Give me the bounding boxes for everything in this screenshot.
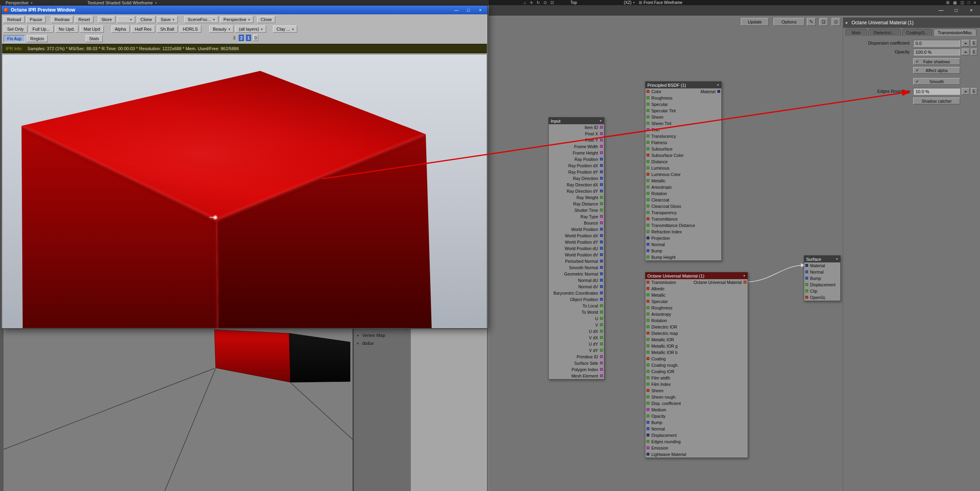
node-port-row[interactable]: Transmittance Distance: [645, 222, 721, 229]
output-port-dot[interactable]: [600, 158, 603, 160]
param-value-field[interactable]: 100.0 %: [913, 49, 960, 55]
ipr-full-up-button[interactable]: Full Up...: [29, 25, 54, 33]
input-port-dot[interactable]: [647, 344, 649, 347]
input-port-dot[interactable]: [647, 90, 649, 93]
input-port-dot[interactable]: [805, 270, 808, 273]
node-port-row[interactable]: Roughness: [645, 305, 748, 311]
viewport-mode-dropdown-1[interactable]: Textured Shaded Solid Wireframe▾: [88, 0, 157, 5]
input-port-dot[interactable]: [647, 364, 649, 366]
input-port-dot[interactable]: [647, 351, 649, 354]
node-port-row[interactable]: Ray Weight: [549, 194, 604, 201]
node-port-row[interactable]: World Position dY: [549, 239, 604, 245]
output-port-dot[interactable]: [600, 362, 603, 364]
node-port-row[interactable]: Displacement: [804, 282, 840, 288]
output-port-dot[interactable]: [600, 190, 603, 192]
node-port-row[interactable]: Edges rounding: [645, 438, 748, 445]
node-header[interactable]: Octane Universal Material (1)▼: [645, 272, 748, 279]
input-port-dot[interactable]: [647, 166, 649, 169]
input-port-dot[interactable]: [647, 357, 649, 360]
node-port-row[interactable]: Ray Direction dY: [549, 188, 604, 194]
output-port-dot[interactable]: [600, 291, 603, 294]
output-port-dot[interactable]: [600, 139, 603, 141]
ipr-reset-button[interactable]: Reset: [75, 16, 94, 23]
node-header[interactable]: Principled BSDF (1)▼: [645, 82, 721, 88]
node-port-row[interactable]: Normal dU: [549, 277, 604, 284]
ipr-save-button[interactable]: Save▾: [157, 16, 178, 23]
ipr-fix-asp-button[interactable]: Fix Asp: [4, 35, 25, 42]
output-port-dot[interactable]: [600, 253, 603, 256]
node-port-row[interactable]: ColorMaterial: [645, 88, 721, 95]
input-port-dot[interactable]: [647, 402, 649, 405]
input-port-dot[interactable]: [647, 306, 649, 309]
input-port-dot[interactable]: [647, 154, 649, 156]
input-port-dot[interactable]: [647, 376, 649, 379]
output-port-dot[interactable]: [600, 304, 603, 307]
output-port-dot[interactable]: [600, 323, 603, 326]
input-port-dot[interactable]: [647, 440, 649, 443]
ipr-mat-upd-button[interactable]: Mat Upd: [80, 25, 104, 33]
input-port-dot[interactable]: [647, 395, 649, 398]
node-port-row[interactable]: Specular: [645, 298, 748, 305]
node-header[interactable]: Surface▼: [804, 256, 840, 262]
node-port-row[interactable]: Normal: [804, 269, 840, 275]
node-port-row[interactable]: Albedo: [645, 286, 748, 292]
ipr-scenefoc-button[interactable]: SceneFoc...▾: [184, 16, 218, 23]
input-port-dot[interactable]: [805, 283, 808, 286]
node-port-row[interactable]: Luminous Color: [645, 171, 721, 178]
input-port-dot[interactable]: [647, 332, 649, 335]
node-port-row[interactable]: V dY: [549, 347, 604, 354]
node-port-row[interactable]: Dielectric map: [645, 330, 748, 336]
input-port-dot[interactable]: [647, 389, 649, 392]
output-port-dot[interactable]: [600, 355, 603, 358]
node-port-row[interactable]: Ray Position dX: [549, 162, 604, 169]
output-port-dot[interactable]: [600, 336, 603, 339]
node-port-row[interactable]: To World: [549, 309, 604, 315]
input-port-dot[interactable]: [647, 230, 649, 233]
mini-slider-icon[interactable]: ◂▸: [962, 49, 970, 55]
input-port-dot[interactable]: [647, 421, 649, 424]
input-port-dot[interactable]: [647, 446, 649, 449]
ipr-close-button[interactable]: Close: [257, 16, 275, 23]
node-port-row[interactable]: Medium: [645, 407, 748, 413]
input-port-dot[interactable]: [647, 135, 649, 137]
ipr-maximize-button[interactable]: □: [464, 7, 472, 13]
node-port-row[interactable]: Projection: [645, 235, 721, 241]
ipr-region-button[interactable]: Region: [27, 35, 48, 42]
node-port-row[interactable]: Disp. coefficient: [645, 400, 748, 407]
output-port-dot[interactable]: [600, 145, 603, 148]
node-port-row[interactable]: V dX: [549, 335, 604, 341]
input-port-dot[interactable]: [647, 173, 649, 176]
node-principled-bsdf[interactable]: Principled BSDF (1)▼ColorMaterialRoughne…: [645, 81, 722, 261]
node-port-row[interactable]: Sheen Tint: [645, 120, 721, 127]
input-port-dot[interactable]: [647, 427, 649, 430]
node-port-row[interactable]: Specular Tint: [645, 108, 721, 114]
input-port-dot[interactable]: [647, 256, 649, 258]
checkbox-shadow-catcher[interactable]: Shadow catcher: [913, 98, 960, 104]
input-port-dot[interactable]: [647, 160, 649, 163]
param-value-field[interactable]: 10.0 %: [913, 88, 960, 95]
param-value-field[interactable]: 0.0: [913, 40, 960, 47]
node-port-row[interactable]: Dielectric IOR: [645, 324, 748, 330]
input-port-dot[interactable]: [647, 249, 649, 252]
node-port-row[interactable]: Object Position: [549, 296, 604, 303]
input-port-dot[interactable]: [647, 300, 649, 303]
node-port-row[interactable]: Barycentric Coordinates: [549, 290, 604, 296]
output-port-dot[interactable]: [600, 164, 603, 167]
input-port-dot[interactable]: [805, 264, 808, 267]
node-port-row[interactable]: Coating rough.: [645, 362, 748, 368]
input-port-dot[interactable]: [647, 287, 649, 290]
node-port-row[interactable]: Specular: [645, 101, 721, 108]
ipr-beauty-button[interactable]: Beauty▾: [209, 25, 234, 33]
input-port-dot[interactable]: [647, 192, 649, 195]
output-port-dot[interactable]: [600, 151, 603, 154]
output-port-dot[interactable]: [600, 298, 603, 301]
ipr-alpha-button[interactable]: Alpha: [111, 25, 130, 33]
input-port-dot[interactable]: [647, 243, 649, 246]
node-port-row[interactable]: Rotation: [645, 317, 748, 324]
node-port-row[interactable]: Clearcoat: [645, 197, 721, 203]
node-port-row[interactable]: World Position: [549, 226, 604, 233]
node-port-row[interactable]: Normal dV: [549, 284, 604, 290]
viewport-mode-dropdown-0[interactable]: Perspective▾: [6, 0, 33, 5]
ipr-no-upd-button[interactable]: No Upd.: [55, 25, 78, 33]
ipr-perspective-button[interactable]: Perspective▾: [220, 16, 254, 23]
